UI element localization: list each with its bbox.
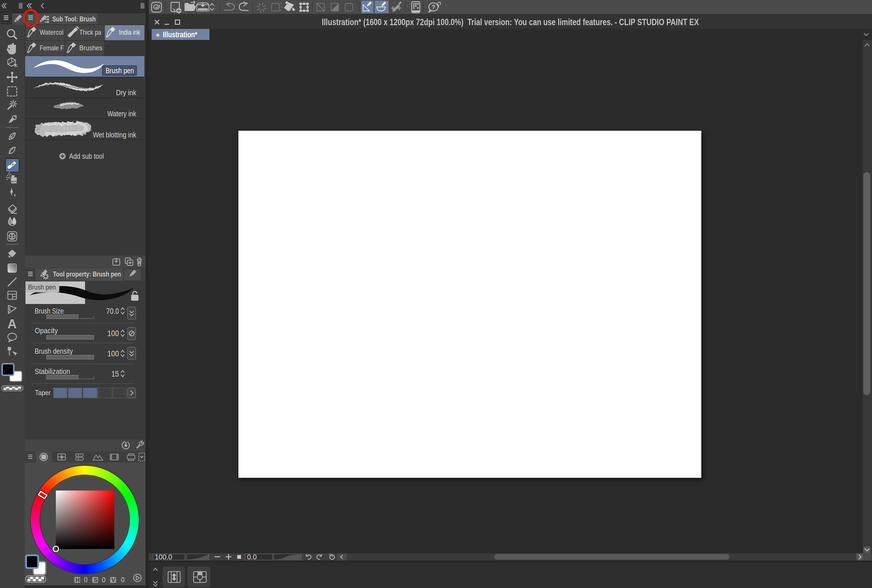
svg-text:Brush Size: Brush Size bbox=[35, 307, 64, 315]
svg-text:Sub Tool: Brush: Sub Tool: Brush bbox=[53, 15, 96, 23]
svg-text:Stabilization: Stabilization bbox=[35, 368, 70, 375]
svg-text:A: A bbox=[8, 317, 17, 331]
svg-text:Brush density: Brush density bbox=[35, 347, 73, 355]
svg-text:Brushes: Brushes bbox=[79, 44, 102, 52]
svg-text:Brush pen: Brush pen bbox=[106, 66, 134, 75]
svg-text:100.0: 100.0 bbox=[155, 553, 172, 561]
svg-text:Dry ink: Dry ink bbox=[116, 88, 136, 97]
svg-text:India ink: India ink bbox=[119, 28, 141, 36]
svg-text:Thick pa: Thick pa bbox=[79, 28, 102, 36]
svg-text:Brush pen: Brush pen bbox=[28, 283, 56, 291]
svg-text:Add sub tool: Add sub tool bbox=[69, 152, 104, 160]
svg-text:Wet blotting ink: Wet blotting ink bbox=[93, 131, 136, 139]
svg-text:15: 15 bbox=[111, 370, 119, 378]
svg-text:S: S bbox=[94, 577, 98, 583]
svg-text:Watery ink: Watery ink bbox=[107, 110, 136, 118]
svg-text:Illustration*: Illustration* bbox=[163, 30, 197, 39]
svg-text:0: 0 bbox=[84, 576, 88, 584]
svg-text:?: ? bbox=[431, 3, 435, 11]
svg-text:0.0: 0.0 bbox=[247, 553, 257, 561]
svg-text:Tool property: Brush pen: Tool property: Brush pen bbox=[53, 270, 121, 278]
svg-text:70.0: 70.0 bbox=[106, 307, 119, 315]
svg-text:0: 0 bbox=[102, 576, 106, 584]
svg-text:Opacity: Opacity bbox=[35, 327, 58, 334]
svg-text:Female F: Female F bbox=[40, 44, 64, 52]
svg-text:100: 100 bbox=[107, 350, 119, 358]
svg-text:0: 0 bbox=[121, 576, 125, 584]
svg-text:100: 100 bbox=[107, 329, 119, 338]
svg-text:Watercol: Watercol bbox=[40, 28, 63, 36]
svg-text:H: H bbox=[75, 577, 80, 583]
svg-text:Taper: Taper bbox=[35, 389, 51, 396]
svg-text:V: V bbox=[111, 577, 116, 583]
